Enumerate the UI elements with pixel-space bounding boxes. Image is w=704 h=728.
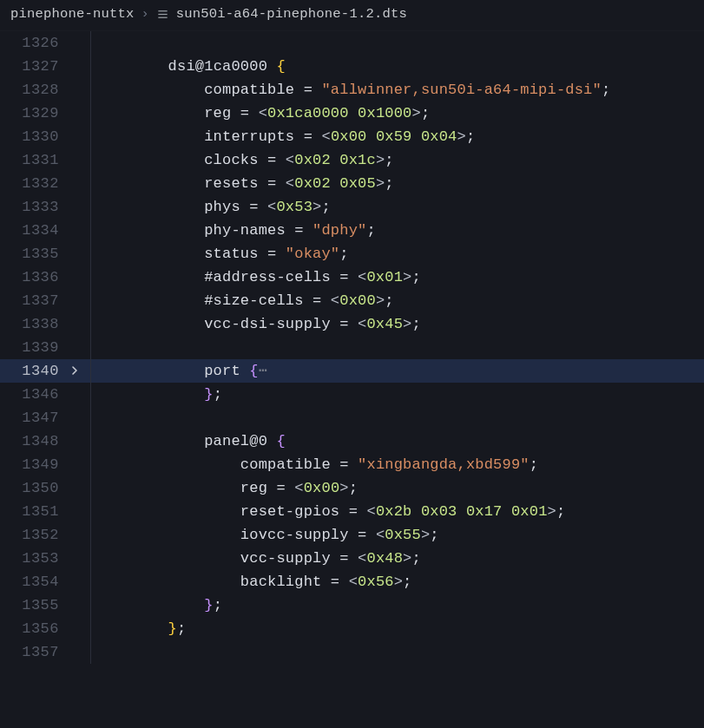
line-number: 1346: [0, 383, 64, 406]
code-content: dsi@1ca0000 {: [132, 55, 704, 78]
line-number: 1334: [0, 219, 64, 242]
folded-code-icon[interactable]: ⋯: [259, 363, 267, 379]
line-number: 1331: [0, 148, 64, 172]
code-line-active: 1340 port {⋯: [0, 359, 704, 383]
line-number: 1350: [0, 476, 64, 500]
code-line: 1337 #size-cells = <0x00>;: [0, 289, 704, 312]
line-number: 1335: [0, 242, 64, 266]
code-line: 1335 status = "okay";: [0, 242, 704, 266]
code-line: 1330 interrupts = <0x00 0x59 0x04>;: [0, 125, 704, 148]
code-line: 1348 panel@0 {: [0, 430, 704, 453]
line-number: 1349: [0, 453, 64, 476]
code-line: 1351 reset-gpios = <0x2b 0x03 0x17 0x01>…: [0, 500, 704, 523]
code-line: 1356 };: [0, 617, 704, 640]
fold-toggle[interactable]: [64, 365, 85, 376]
line-number: 1339: [0, 336, 64, 359]
line-number: 1329: [0, 102, 64, 125]
line-number: 1340: [0, 359, 64, 383]
line-number: 1330: [0, 125, 64, 148]
code-line: 1354 backlight = <0x56>;: [0, 570, 704, 594]
breadcrumb-separator-icon: ›: [141, 3, 149, 25]
line-number: 1357: [0, 640, 64, 664]
code-line: 1331 clocks = <0x02 0x1c>;: [0, 148, 704, 172]
code-line: 1332 resets = <0x02 0x05>;: [0, 172, 704, 195]
code-line: 1347: [0, 406, 704, 430]
code-line: 1346 };: [0, 383, 704, 406]
line-number: 1348: [0, 430, 64, 453]
breadcrumb-folder[interactable]: pinephone-nuttx: [10, 3, 135, 25]
line-number: 1354: [0, 570, 64, 594]
line-number: 1352: [0, 523, 64, 547]
code-line: 1336 #address-cells = <0x01>;: [0, 266, 704, 289]
line-number: 1327: [0, 55, 64, 78]
code-editor[interactable]: 1326 1327 dsi@1ca0000 { 1328 compatible …: [0, 31, 704, 664]
line-number: 1328: [0, 78, 64, 102]
code-line: 1350 reg = <0x00>;: [0, 476, 704, 500]
indent-guide: [85, 31, 132, 55]
line-number: 1356: [0, 617, 64, 640]
code-line: 1329 reg = <0x1ca0000 0x1000>;: [0, 102, 704, 125]
breadcrumb-file[interactable]: sun50i-a64-pinephone-1.2.dts: [176, 3, 407, 25]
line-number: 1332: [0, 172, 64, 195]
line-number: 1338: [0, 312, 64, 336]
line-number: 1333: [0, 195, 64, 219]
line-number: 1353: [0, 547, 64, 570]
line-number: 1326: [0, 31, 64, 55]
code-line: 1328 compatible = "allwinner,sun50i-a64-…: [0, 78, 704, 102]
code-line: 1327 dsi@1ca0000 {: [0, 55, 704, 78]
code-line: 1355 };: [0, 594, 704, 617]
code-line: 1352 iovcc-supply = <0x55>;: [0, 523, 704, 547]
line-number: 1347: [0, 406, 64, 430]
code-line: 1334 phy-names = "dphy";: [0, 219, 704, 242]
code-line: 1333 phys = <0x53>;: [0, 195, 704, 219]
code-line: 1357: [0, 640, 704, 664]
breadcrumb: pinephone-nuttx › sun50i-a64-pinephone-1…: [0, 0, 704, 31]
line-number: 1337: [0, 289, 64, 312]
line-number: 1336: [0, 266, 64, 289]
chevron-right-icon: [69, 365, 80, 376]
code-line: 1353 vcc-supply = <0x48>;: [0, 547, 704, 570]
code-line: 1326: [0, 31, 704, 55]
code-line: 1339: [0, 336, 704, 359]
code-line: 1338 vcc-dsi-supply = <0x45>;: [0, 312, 704, 336]
code-line: 1349 compatible = "xingbangda,xbd599";: [0, 453, 704, 476]
line-number: 1355: [0, 594, 64, 617]
line-number: 1351: [0, 500, 64, 523]
file-icon: [156, 8, 169, 21]
